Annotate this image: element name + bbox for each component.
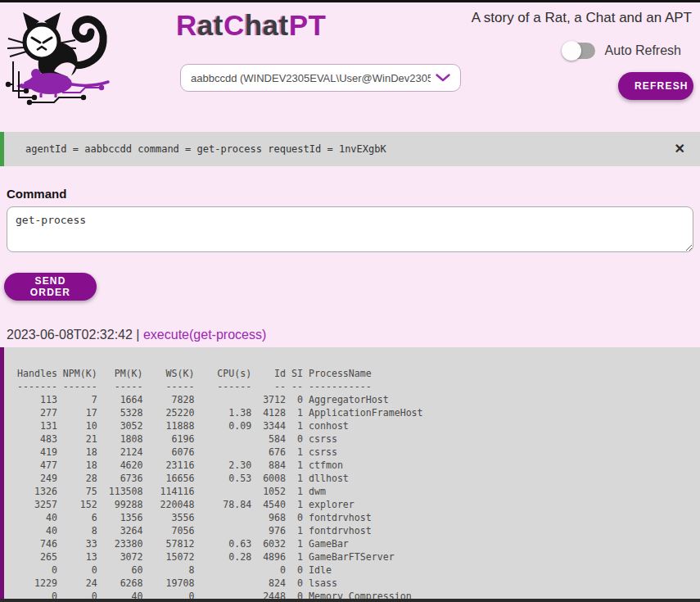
- auto-refresh-label: Auto Refresh: [605, 43, 681, 58]
- command-label: Command: [7, 187, 693, 201]
- refresh-button[interactable]: REFRESH: [618, 72, 693, 100]
- title-segment: PT: [289, 9, 327, 41]
- agent-select-value: aabbccdd (WINDEV2305EVAL\User@WinDev2305…: [191, 72, 431, 84]
- log-timestamp: 2023-06-08T02:32:42: [7, 328, 133, 342]
- request-alert: agentId = aabbccdd command = get-process…: [0, 132, 700, 166]
- title-segment: C: [224, 9, 245, 41]
- log-action-link[interactable]: execute(get-process): [143, 328, 266, 342]
- log-entry: 2023-06-08T02:32:42 | execute(get-proces…: [7, 328, 693, 342]
- window-bottom-edge: [0, 599, 700, 602]
- close-icon[interactable]: ✕: [675, 143, 685, 156]
- chevron-down-icon: [436, 74, 450, 82]
- title-segment: R: [176, 9, 197, 41]
- send-order-button[interactable]: SEND ORDER: [4, 273, 97, 301]
- send-order-row: SEND ORDER: [0, 252, 700, 301]
- ratchatpt-logo: [5, 6, 113, 106]
- page-title: RatChatPT: [176, 9, 326, 42]
- command-input[interactable]: get-process: [7, 206, 693, 252]
- auto-refresh-toggle[interactable]: [564, 43, 595, 59]
- alert-message: agentId = aabbccdd command = get-process…: [25, 143, 675, 155]
- console-output-panel: Handles NPM(K) PM(K) WS(K) CPU(s) Id SI …: [0, 347, 700, 599]
- cat-icon: [7, 12, 103, 79]
- tagline: A story of a Rat, a Chat and an APT: [472, 10, 692, 26]
- title-segment: at: [197, 9, 224, 41]
- process-table: Handles NPM(K) PM(K) WS(K) CPU(s) Id SI …: [17, 354, 700, 599]
- auto-refresh-row: Auto Refresh: [564, 43, 681, 59]
- toggle-knob-icon: [562, 41, 581, 61]
- agent-select[interactable]: aabbccdd (WINDEV2305EVAL\User@WinDev2305…: [180, 64, 461, 92]
- header: RatChatPT A story of a Rat, a Chat and a…: [0, 2, 700, 132]
- ratchatpt-page: RatChatPT A story of a Rat, a Chat and a…: [0, 0, 700, 602]
- log-separator: |: [136, 328, 139, 342]
- title-segment: hat: [245, 9, 289, 41]
